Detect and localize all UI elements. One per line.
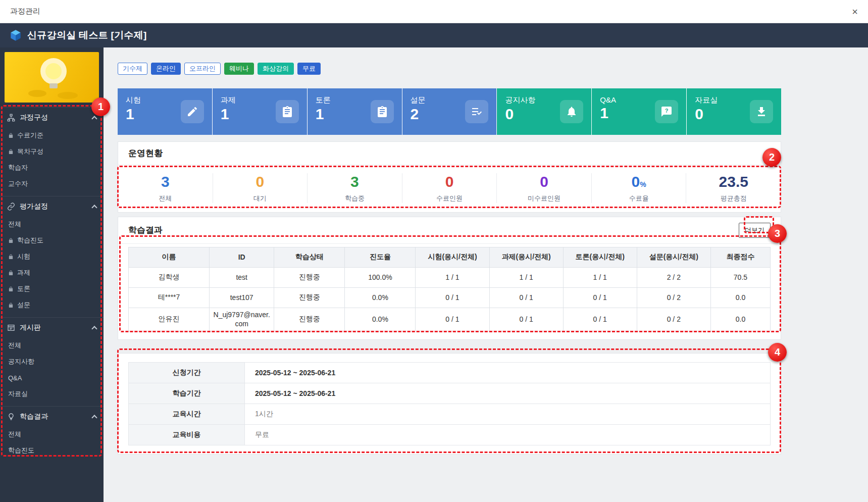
table-row[interactable]: 김학생 test 진행중 100.0% 1 / 1 1 / 1 1 / 1 2 … <box>129 267 771 287</box>
column-header: 최종점수 <box>710 247 770 267</box>
panel-title: 학습결과 <box>128 224 163 236</box>
cell-name: 김학생 <box>129 267 210 287</box>
app-logo-icon <box>9 29 22 42</box>
sidebar-section-header-course-structure[interactable]: 과정구성 <box>0 107 104 127</box>
operation-status-header: 운영현황 <box>118 142 781 165</box>
stat-label: 대기 <box>213 194 308 203</box>
sidebar-item-label: 자료실 <box>8 389 28 398</box>
sidebar-item-eval-progress[interactable]: 학습진도 <box>0 232 104 248</box>
stat-label: 수료인원 <box>402 194 497 203</box>
sidebar-item-toc[interactable]: 목차구성 <box>0 143 104 160</box>
sidebar-section-label: 과정구성 <box>20 113 48 122</box>
stat-card-archive[interactable]: 자료실 0 <box>686 88 781 135</box>
course-tags: 기수제 온라인 오프라인 웨비나 화상강의 무료 <box>118 63 781 75</box>
table-row[interactable]: 테****7 test107 진행중 0.0% 0 / 1 0 / 1 0 / … <box>129 287 771 308</box>
column-header: 토론(응시/전체) <box>563 247 637 267</box>
lock-icon <box>8 133 14 138</box>
course-info-panel: 신청기간 2025-05-12 ~ 2025-06-21 학습기간 2025-0… <box>118 353 781 455</box>
cell-exam: 1 / 1 <box>416 267 489 287</box>
sidebar-section-header-learning-results[interactable]: 학습결과 <box>0 406 104 426</box>
sidebar-item-board-all[interactable]: 전체 <box>0 337 104 354</box>
sidebar-item-label: 설문 <box>17 300 30 310</box>
column-header: 설문(응시/전체) <box>637 247 710 267</box>
close-icon[interactable]: × <box>852 7 858 17</box>
stat-card-exam[interactable]: 시험 1 <box>118 88 212 135</box>
info-value: 무료 <box>245 425 771 445</box>
more-button[interactable]: 더보기 <box>739 223 771 238</box>
sidebar-section-header-evaluation[interactable]: 평가설정 <box>0 196 104 216</box>
cell-survey: 2 / 2 <box>637 267 710 287</box>
lock-icon <box>8 149 14 155</box>
cell-status: 진행중 <box>274 308 345 331</box>
sidebar-item-instructors[interactable]: 교수자 <box>0 176 104 192</box>
stat-card-qna[interactable]: Q&A 1 ? <box>591 88 686 135</box>
learning-results-table: 이름 ID 학습상태 진도율 시험(응시/전체) 과제(응시/전체) 토론(응시… <box>128 247 771 332</box>
stat-average-score: 23.5 평균총점 <box>686 173 781 203</box>
stat-value: 23.5 <box>719 173 748 190</box>
clipboard-icon <box>371 100 394 123</box>
cell-score: 0.0 <box>710 287 770 308</box>
sidebar-item-archive[interactable]: 자료실 <box>0 386 104 402</box>
sidebar-item-eval-discussion[interactable]: 토론 <box>0 281 104 297</box>
sidebar-item-eval-survey[interactable]: 설문 <box>0 297 104 313</box>
cell-name: 테****7 <box>129 287 210 308</box>
sidebar-item-eval-exam[interactable]: 시험 <box>0 248 104 265</box>
sidebar-item-label: 공지사항 <box>8 357 34 366</box>
stat-card-notice[interactable]: 공지사항 0 <box>496 88 591 135</box>
sidebar-item-eval-all[interactable]: 전체 <box>0 216 104 232</box>
learning-results-panel: 학습결과 더보기 이름 ID <box>118 217 781 340</box>
sidebar-section-header-board[interactable]: 게시판 <box>0 317 104 337</box>
cell-progress: 100.0% <box>345 267 416 287</box>
stat-card-survey[interactable]: 설문 2 <box>402 88 497 135</box>
cell-status: 진행중 <box>274 267 345 287</box>
sidebar-item-qna[interactable]: Q&A <box>0 370 104 386</box>
stat-card-discussion[interactable]: 토론 1 <box>307 88 402 135</box>
info-row: 학습기간 2025-05-12 ~ 2025-06-21 <box>129 383 771 404</box>
svg-text:?: ? <box>665 108 669 114</box>
course-info-table: 신청기간 2025-05-12 ~ 2025-06-21 학습기간 2025-0… <box>128 362 771 445</box>
column-header: 이름 <box>129 247 210 267</box>
stat-not-completed: 0 미수료인원 <box>497 173 592 203</box>
stat-label: 평균총점 <box>686 194 781 203</box>
sidebar-item-label: 과제 <box>17 268 30 277</box>
info-row: 교육비용 무료 <box>129 425 771 445</box>
annotation-badge-2: 2 <box>762 148 781 167</box>
sidebar: 과정구성 수료기준 목차구성 학습자 <box>0 47 104 502</box>
sidebar-item-label: 시험 <box>17 252 30 261</box>
tag-badge-online: 온라인 <box>151 63 181 75</box>
sidebar-item-completion-criteria[interactable]: 수료기준 <box>0 127 104 143</box>
sidebar-item-results-progress[interactable]: 학습진도 <box>0 442 104 459</box>
sidebar-item-results-all[interactable]: 전체 <box>0 426 104 442</box>
cell-progress: 0.0% <box>345 308 416 331</box>
stat-value: 0 <box>445 173 454 190</box>
chevron-up-icon <box>91 205 97 210</box>
sidebar-item-learners[interactable]: 학습자 <box>0 160 104 176</box>
cell-id: test <box>210 267 274 287</box>
sidebar-item-label: 전체 <box>8 430 21 439</box>
sidebar-item-eval-assignment[interactable]: 과제 <box>0 265 104 281</box>
sidebar-item-notice[interactable]: 공지사항 <box>0 354 104 370</box>
tag-badge-video-lecture: 화상강의 <box>258 63 294 75</box>
panel-title: 운영현황 <box>128 147 163 159</box>
cell-id: N_uj9797@naver.com <box>210 308 274 331</box>
sidebar-item-label: 목차구성 <box>17 147 43 156</box>
download-icon <box>750 100 773 123</box>
stat-learning: 3 학습중 <box>308 173 402 203</box>
sidebar-item-label: 전체 <box>8 220 21 229</box>
stat-value: 3 <box>350 173 359 190</box>
sidebar-section-label: 평가설정 <box>20 202 48 211</box>
lock-icon <box>8 286 14 292</box>
stat-card-assignment[interactable]: 과제 1 <box>212 88 307 135</box>
cell-exam: 0 / 1 <box>416 308 489 331</box>
sidebar-section-evaluation: 평가설정 전체 학습진도 시험 <box>0 196 104 317</box>
info-value: 2025-05-12 ~ 2025-06-21 <box>245 363 771 383</box>
sidebar-section-board: 게시판 전체 공지사항 Q&A 자료 <box>0 317 104 406</box>
stat-suffix: % <box>640 180 646 188</box>
column-header: ID <box>210 247 274 267</box>
table-row[interactable]: 안유진 N_uj9797@naver.com 진행중 0.0% 0 / 1 0 … <box>129 308 771 331</box>
column-header: 학습상태 <box>274 247 345 267</box>
pencil-icon <box>181 100 204 123</box>
course-thumbnail <box>5 52 99 103</box>
course-management-window: 과정관리 × 신규강의실 테스트 [기수제] <box>0 0 868 502</box>
window-titlebar: 과정관리 × <box>0 0 868 23</box>
